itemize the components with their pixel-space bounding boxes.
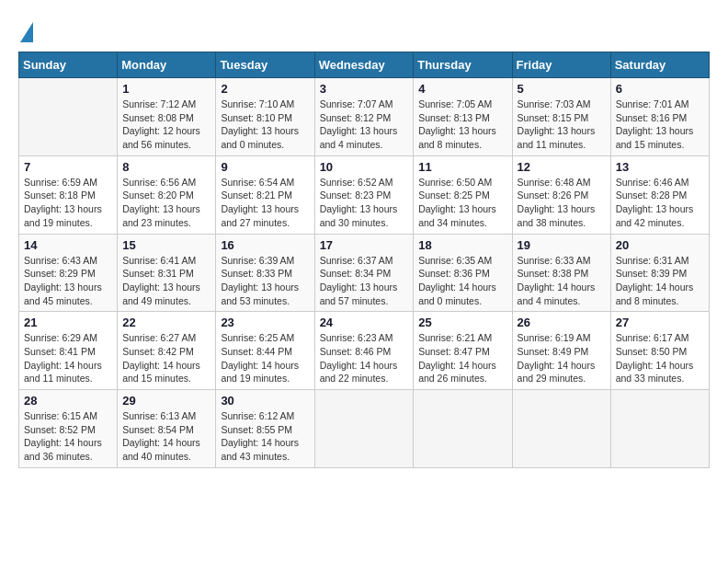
- day-info: Sunrise: 6:23 AMSunset: 8:46 PMDaylight:…: [320, 331, 409, 385]
- calendar-cell: 19Sunrise: 6:33 AMSunset: 8:38 PMDayligh…: [512, 234, 610, 312]
- calendar-cell: 23Sunrise: 6:25 AMSunset: 8:44 PMDayligh…: [216, 312, 314, 390]
- header-monday: Monday: [118, 52, 216, 78]
- logo-arrow-icon: [20, 22, 33, 42]
- calendar-cell: 6Sunrise: 7:01 AMSunset: 8:16 PMDaylight…: [610, 78, 709, 156]
- day-number: 12: [518, 160, 606, 174]
- calendar-week-row: 1Sunrise: 7:12 AMSunset: 8:08 PMDaylight…: [19, 78, 710, 156]
- header-tuesday: Tuesday: [216, 52, 314, 78]
- day-number: 20: [616, 238, 704, 252]
- day-number: 7: [24, 160, 112, 174]
- calendar-cell: 13Sunrise: 6:46 AMSunset: 8:28 PMDayligh…: [610, 155, 709, 234]
- day-info: Sunrise: 6:46 AMSunset: 8:28 PMDaylight:…: [616, 176, 704, 230]
- day-number: 28: [24, 394, 112, 408]
- calendar-cell: [414, 390, 512, 468]
- day-info: Sunrise: 7:05 AMSunset: 8:13 PMDaylight:…: [418, 98, 506, 152]
- calendar-header-row: SundayMondayTuesdayWednesdayThursdayFrid…: [19, 52, 710, 78]
- calendar-cell: 30Sunrise: 6:12 AMSunset: 8:55 PMDayligh…: [216, 390, 314, 468]
- calendar-cell: 27Sunrise: 6:17 AMSunset: 8:50 PMDayligh…: [610, 312, 709, 390]
- day-info: Sunrise: 6:31 AMSunset: 8:39 PMDaylight:…: [616, 254, 704, 308]
- day-info: Sunrise: 7:10 AMSunset: 8:10 PMDaylight:…: [221, 98, 309, 152]
- day-number: 30: [221, 394, 309, 408]
- calendar-cell: 18Sunrise: 6:35 AMSunset: 8:36 PMDayligh…: [414, 234, 512, 312]
- day-info: Sunrise: 6:27 AMSunset: 8:42 PMDaylight:…: [122, 331, 210, 385]
- day-number: 21: [24, 316, 112, 329]
- calendar-cell: 9Sunrise: 6:54 AMSunset: 8:21 PMDaylight…: [216, 155, 314, 234]
- day-number: 10: [320, 160, 409, 174]
- day-info: Sunrise: 6:35 AMSunset: 8:36 PMDaylight:…: [418, 254, 506, 308]
- day-info: Sunrise: 6:33 AMSunset: 8:38 PMDaylight:…: [518, 254, 606, 308]
- day-info: Sunrise: 7:01 AMSunset: 8:16 PMDaylight:…: [616, 98, 704, 152]
- header-thursday: Thursday: [414, 52, 512, 78]
- day-number: 29: [122, 394, 210, 408]
- day-number: 2: [221, 82, 309, 96]
- day-number: 5: [518, 82, 606, 96]
- day-info: Sunrise: 6:52 AMSunset: 8:23 PMDaylight:…: [320, 176, 409, 230]
- calendar-table: SundayMondayTuesdayWednesdayThursdayFrid…: [18, 52, 710, 468]
- day-number: 15: [122, 238, 210, 252]
- day-number: 16: [221, 238, 309, 252]
- calendar-cell: 29Sunrise: 6:13 AMSunset: 8:54 PMDayligh…: [118, 390, 216, 468]
- calendar-cell: 10Sunrise: 6:52 AMSunset: 8:23 PMDayligh…: [314, 155, 414, 234]
- day-number: 11: [418, 160, 506, 174]
- day-info: Sunrise: 6:25 AMSunset: 8:44 PMDaylight:…: [221, 331, 309, 385]
- day-number: 14: [24, 238, 112, 252]
- calendar-cell: 22Sunrise: 6:27 AMSunset: 8:42 PMDayligh…: [118, 312, 216, 390]
- calendar-cell: 16Sunrise: 6:39 AMSunset: 8:33 PMDayligh…: [216, 234, 314, 312]
- day-info: Sunrise: 6:39 AMSunset: 8:33 PMDaylight:…: [221, 254, 309, 308]
- day-info: Sunrise: 6:15 AMSunset: 8:52 PMDaylight:…: [24, 409, 112, 464]
- calendar-cell: 5Sunrise: 7:03 AMSunset: 8:15 PMDaylight…: [512, 78, 610, 156]
- day-info: Sunrise: 6:43 AMSunset: 8:29 PMDaylight:…: [24, 254, 112, 308]
- calendar-cell: 24Sunrise: 6:23 AMSunset: 8:46 PMDayligh…: [314, 312, 414, 390]
- day-number: 23: [221, 316, 309, 329]
- calendar-week-row: 21Sunrise: 6:29 AMSunset: 8:41 PMDayligh…: [19, 312, 710, 390]
- day-info: Sunrise: 6:48 AMSunset: 8:26 PMDaylight:…: [518, 176, 606, 230]
- calendar-cell: 15Sunrise: 6:41 AMSunset: 8:31 PMDayligh…: [118, 234, 216, 312]
- calendar-cell: [19, 78, 118, 156]
- day-number: 25: [418, 316, 506, 329]
- calendar-week-row: 28Sunrise: 6:15 AMSunset: 8:52 PMDayligh…: [19, 390, 710, 468]
- calendar-cell: 1Sunrise: 7:12 AMSunset: 8:08 PMDaylight…: [118, 78, 216, 156]
- day-info: Sunrise: 6:29 AMSunset: 8:41 PMDaylight:…: [24, 331, 112, 385]
- calendar-cell: 3Sunrise: 7:07 AMSunset: 8:12 PMDaylight…: [314, 78, 414, 156]
- day-info: Sunrise: 6:56 AMSunset: 8:20 PMDaylight:…: [122, 176, 210, 230]
- day-info: Sunrise: 7:03 AMSunset: 8:15 PMDaylight:…: [518, 98, 606, 152]
- calendar-week-row: 7Sunrise: 6:59 AMSunset: 8:18 PMDaylight…: [19, 155, 710, 234]
- logo: [18, 18, 33, 42]
- day-number: 3: [320, 82, 409, 96]
- calendar-cell: 17Sunrise: 6:37 AMSunset: 8:34 PMDayligh…: [314, 234, 414, 312]
- calendar-cell: 7Sunrise: 6:59 AMSunset: 8:18 PMDaylight…: [19, 155, 118, 234]
- day-number: 9: [221, 160, 309, 174]
- day-info: Sunrise: 6:50 AMSunset: 8:25 PMDaylight:…: [418, 176, 506, 230]
- calendar-cell: 8Sunrise: 6:56 AMSunset: 8:20 PMDaylight…: [118, 155, 216, 234]
- calendar-cell: [314, 390, 414, 468]
- calendar-cell: 25Sunrise: 6:21 AMSunset: 8:47 PMDayligh…: [414, 312, 512, 390]
- page-header: [18, 18, 710, 42]
- day-info: Sunrise: 7:12 AMSunset: 8:08 PMDaylight:…: [122, 98, 210, 152]
- day-number: 6: [616, 82, 704, 96]
- day-info: Sunrise: 6:17 AMSunset: 8:50 PMDaylight:…: [616, 331, 704, 385]
- calendar-cell: 20Sunrise: 6:31 AMSunset: 8:39 PMDayligh…: [610, 234, 709, 312]
- calendar-cell: 12Sunrise: 6:48 AMSunset: 8:26 PMDayligh…: [512, 155, 610, 234]
- day-info: Sunrise: 6:41 AMSunset: 8:31 PMDaylight:…: [122, 254, 210, 308]
- day-number: 1: [122, 82, 210, 96]
- calendar-cell: 21Sunrise: 6:29 AMSunset: 8:41 PMDayligh…: [19, 312, 118, 390]
- header-saturday: Saturday: [610, 52, 709, 78]
- day-info: Sunrise: 6:13 AMSunset: 8:54 PMDaylight:…: [122, 409, 210, 464]
- calendar-cell: 2Sunrise: 7:10 AMSunset: 8:10 PMDaylight…: [216, 78, 314, 156]
- header-wednesday: Wednesday: [314, 52, 414, 78]
- header-sunday: Sunday: [19, 52, 118, 78]
- calendar-week-row: 14Sunrise: 6:43 AMSunset: 8:29 PMDayligh…: [19, 234, 710, 312]
- day-info: Sunrise: 6:12 AMSunset: 8:55 PMDaylight:…: [221, 409, 309, 464]
- calendar-cell: 4Sunrise: 7:05 AMSunset: 8:13 PMDaylight…: [414, 78, 512, 156]
- day-number: 17: [320, 238, 409, 252]
- day-info: Sunrise: 7:07 AMSunset: 8:12 PMDaylight:…: [320, 98, 409, 152]
- day-number: 13: [616, 160, 704, 174]
- day-number: 8: [122, 160, 210, 174]
- day-number: 27: [616, 316, 704, 329]
- day-number: 24: [320, 316, 409, 329]
- day-number: 4: [418, 82, 506, 96]
- day-info: Sunrise: 6:19 AMSunset: 8:49 PMDaylight:…: [518, 331, 606, 385]
- day-info: Sunrise: 6:37 AMSunset: 8:34 PMDaylight:…: [320, 254, 409, 308]
- calendar-cell: [512, 390, 610, 468]
- day-number: 22: [122, 316, 210, 329]
